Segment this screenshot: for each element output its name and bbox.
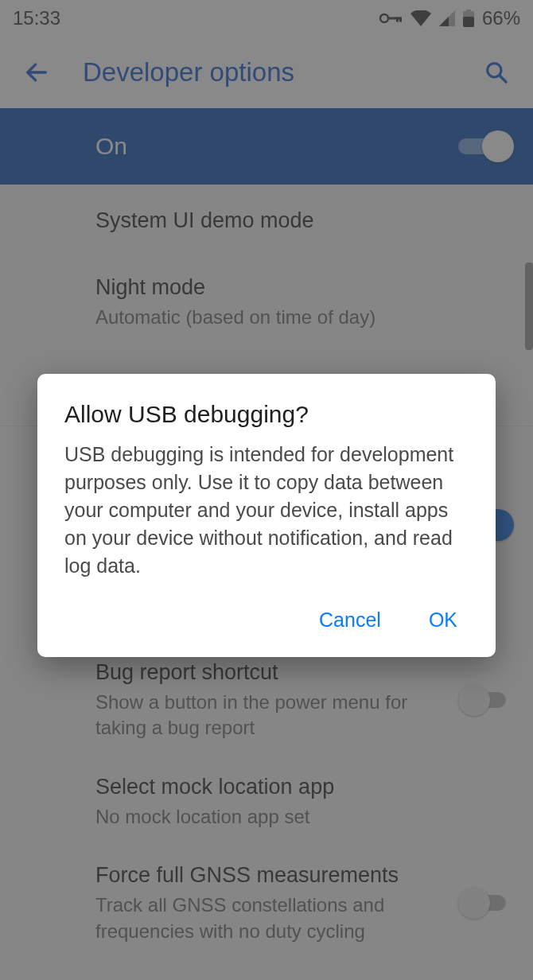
dialog-actions: Cancel OK xyxy=(64,599,469,641)
dialog-title: Allow USB debugging? xyxy=(64,401,469,428)
screen: 15:33 66% Developer options On xyxy=(0,0,533,980)
cancel-button[interactable]: Cancel xyxy=(313,599,387,641)
ok-button[interactable]: OK xyxy=(422,599,464,641)
usb-debugging-dialog: Allow USB debugging? USB debugging is in… xyxy=(37,374,496,657)
dialog-body: USB debugging is intended for developmen… xyxy=(64,441,469,580)
